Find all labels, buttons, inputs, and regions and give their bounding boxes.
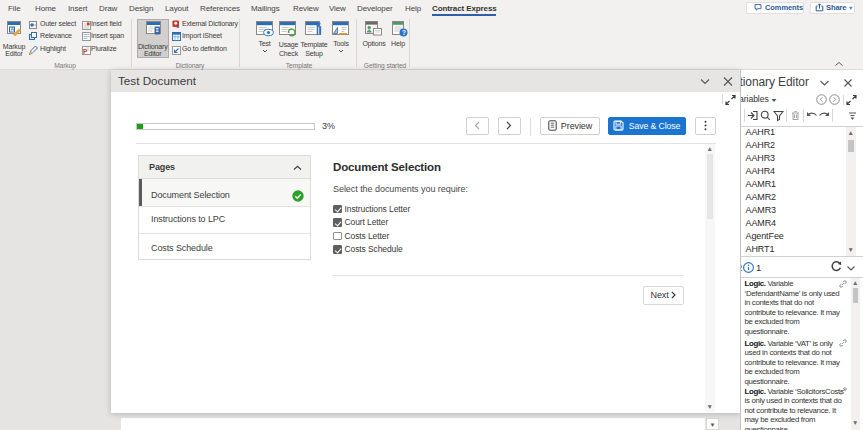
svg-text:A: A — [11, 26, 15, 32]
svg-text:P: P — [83, 48, 88, 55]
svg-text:?: ? — [402, 29, 406, 36]
